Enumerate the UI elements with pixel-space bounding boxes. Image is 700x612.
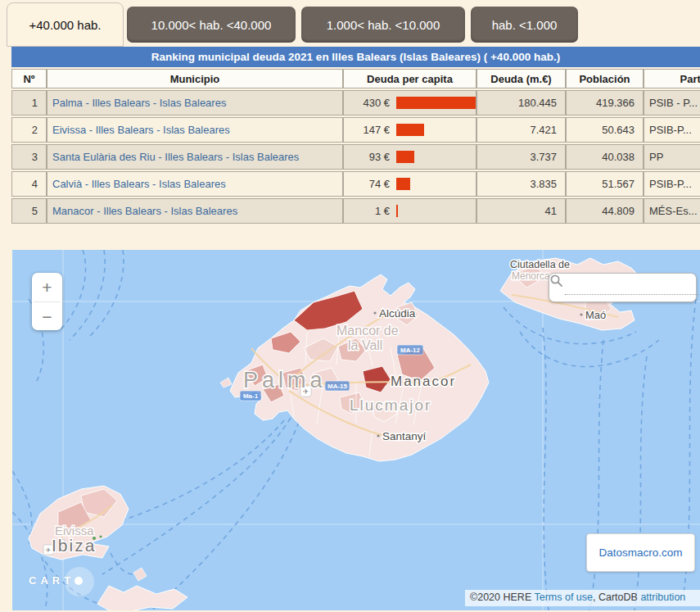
terms-of-use-link[interactable]: Terms of use xyxy=(534,592,593,603)
choropleth-map[interactable]: MA-12 MA-15 Ma-1 ✈ ✈ Palma Llucmajor Man… xyxy=(12,250,700,610)
label-palma: Palma xyxy=(243,368,327,392)
column-header-partido: Partido xyxy=(644,69,700,88)
label-mancor-2: la Vall xyxy=(348,338,382,352)
deuda-per-capita-value: 430 € xyxy=(349,97,390,109)
tab-label: hab. <1.000 xyxy=(492,18,558,32)
table-row: 1 Palma - Illes Balears - Islas Baleares… xyxy=(11,90,700,116)
tab-pop-under-1000[interactable]: hab. <1.000 xyxy=(471,7,578,43)
municipio-link[interactable]: Palma - Illes Balears - Islas Baleares xyxy=(52,97,226,109)
municipio-cell: Calvià - Illes Balears - Islas Baleares xyxy=(47,171,343,197)
label-ciutadella-2: Menorca xyxy=(512,270,550,282)
deuda-per-capita-value: 1 € xyxy=(349,205,390,217)
carto-logo[interactable]: CART xyxy=(29,574,83,587)
column-header-poblacion: Población xyxy=(566,69,644,88)
partido-cell: PP xyxy=(644,144,700,170)
poblacion-cell: 51.567 xyxy=(566,171,644,197)
municipio-link[interactable]: Santa Eulària des Riu - Illes Balears - … xyxy=(52,151,299,163)
airport-icon: ✈ xyxy=(46,546,52,554)
table-header-row: Nº Municipio Deuda per capita Deuda (m.€… xyxy=(11,69,700,88)
column-header-deuda: Deuda (m.€) xyxy=(476,69,566,88)
municipio-cell: Eivissa - Illes Balears - Islas Baleares xyxy=(47,117,343,143)
rank-cell: 3 xyxy=(11,144,47,170)
table-row: 4 Calvià - Illes Balears - Islas Baleare… xyxy=(11,171,700,197)
tab-pop-1000-10000[interactable]: 1.000< hab. <10.000 xyxy=(301,7,465,43)
tab-label: 10.000< hab. <40.000 xyxy=(151,18,272,32)
municipio-link[interactable]: Calvià - Illes Balears - Islas Baleares xyxy=(52,178,226,190)
tab-label: 1.000< hab. <10.000 xyxy=(327,18,440,32)
column-header-deuda-per-capita: Deuda per capita xyxy=(343,69,476,88)
partido-cell: PSIB - P... xyxy=(644,90,700,116)
town-dot xyxy=(580,313,582,315)
label-santanyi: Santanyí xyxy=(382,430,427,442)
deuda-per-capita-value: 93 € xyxy=(349,151,390,163)
road-shield-label: Ma-1 xyxy=(243,392,259,400)
zoom-out-button[interactable]: − xyxy=(32,302,62,331)
ranking-title-text: Ranking municipal deuda 2021 en Illes Ba… xyxy=(151,51,560,63)
deuda-bar xyxy=(396,151,414,163)
cartodb-attribution-link[interactable]: attribution xyxy=(640,592,685,603)
municipio-cell: Manacor - Illes Balears - Islas Baleares xyxy=(47,198,343,224)
carto-logo-text: CART xyxy=(29,574,75,587)
column-header-municipio: Municipio xyxy=(47,69,343,88)
town-dot xyxy=(373,311,376,314)
table-row: 5 Manacor - Illes Balears - Islas Balear… xyxy=(11,198,700,224)
deuda-bar xyxy=(396,97,476,109)
attribution-middle: , CartoDB xyxy=(593,592,640,603)
partido-cell: PSIB-P... xyxy=(644,117,700,143)
ranking-table-container: Nº Municipio Deuda per capita Deuda (m.€… xyxy=(11,67,700,229)
label-alcudia: Alcúdia xyxy=(379,307,416,320)
column-header-rank: Nº xyxy=(11,69,47,88)
deuda-bar xyxy=(396,178,410,190)
municipio-cell: Santa Eulària des Riu - Illes Balears - … xyxy=(47,144,343,170)
deuda-cell: 41 xyxy=(476,198,566,224)
tab-label: +40.000 hab. xyxy=(29,18,101,32)
deuda-cell: 7.421 xyxy=(476,117,566,143)
label-ciutadella-1: Ciutadella de xyxy=(510,259,570,270)
tab-pop-10000-40000[interactable]: 10.000< hab. <40.000 xyxy=(127,7,296,43)
municipio-link[interactable]: Eivissa - Illes Balears - Islas Baleares xyxy=(52,124,230,136)
deuda-per-capita-cell: 147 € xyxy=(343,117,476,143)
map-attribution: ©2020 HERE Terms of use, CartoDB attribu… xyxy=(465,590,700,606)
deuda-per-capita-cell: 74 € xyxy=(343,171,476,197)
rank-cell: 5 xyxy=(11,198,47,224)
search-input[interactable] xyxy=(565,280,700,295)
carto-o-icon xyxy=(75,577,83,585)
ranking-title: Ranking municipal deuda 2021 en Illes Ba… xyxy=(11,47,700,67)
deuda-per-capita-cell: 93 € xyxy=(343,144,476,170)
deuda-cell: 3.737 xyxy=(476,144,566,170)
label-llucmajor: Llucmajor xyxy=(350,397,431,414)
island-formentera xyxy=(97,568,187,610)
poblacion-cell: 40.038 xyxy=(566,144,644,170)
datosmacro-button[interactable]: Datosmacro.com xyxy=(586,533,695,572)
partido-cell: PSIB-P... xyxy=(644,171,700,197)
map-search-box xyxy=(549,273,697,302)
poblacion-cell: 419.366 xyxy=(566,90,644,116)
attribution-prefix: ©2020 HERE xyxy=(470,592,534,603)
poblacion-cell: 44.809 xyxy=(566,198,644,224)
label-mancor-1: Mancor de xyxy=(336,324,399,338)
label-mao: Maó xyxy=(585,309,606,321)
tab-pop-over-40000[interactable]: +40.000 hab. xyxy=(7,2,124,47)
deuda-per-capita-cell: 1 € xyxy=(343,198,476,224)
zoom-in-button[interactable]: + xyxy=(32,273,62,301)
ranking-table: Nº Municipio Deuda per capita Deuda (m.€… xyxy=(11,67,700,225)
label-ibiza: Ibiza xyxy=(52,536,96,555)
municipio-cell: Palma - Illes Balears - Islas Baleares xyxy=(47,90,343,116)
harbor-dot xyxy=(100,536,102,538)
municipio-link[interactable]: Manacor - Illes Balears - Islas Baleares xyxy=(52,205,237,217)
deuda-per-capita-value: 147 € xyxy=(349,124,390,136)
deuda-bar xyxy=(396,124,424,136)
datosmacro-link[interactable]: Datosmacro.com xyxy=(598,546,682,559)
rank-cell: 1 xyxy=(11,90,47,116)
partido-cell: MÉS-Es... xyxy=(644,198,700,224)
road-shield-label: MA-15 xyxy=(327,383,348,390)
rank-cell: 4 xyxy=(11,171,47,197)
table-row: 2 Eivissa - Illes Balears - Islas Balear… xyxy=(11,117,700,143)
town-dot xyxy=(377,434,379,437)
search-icon xyxy=(549,274,563,288)
table-row: 3 Santa Eulària des Riu - Illes Balears … xyxy=(11,144,700,170)
deuda-per-capita-cell: 430 € xyxy=(343,90,476,116)
deuda-cell: 180.445 xyxy=(476,90,566,116)
deuda-cell: 3.835 xyxy=(476,171,566,197)
poblacion-cell: 50.643 xyxy=(566,117,644,143)
